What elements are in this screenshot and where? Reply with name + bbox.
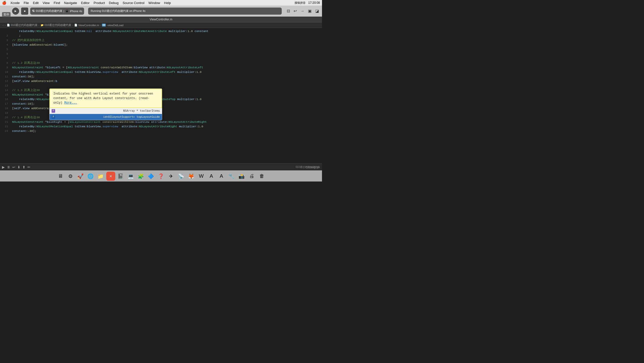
dock-filezilla[interactable]: 📡 [177,172,186,181]
dock-terminal[interactable]: 💻 [126,172,135,181]
autocomplete-item-1[interactable]: P NSArray * toolbarItems [50,108,162,114]
code-editor[interactable]: relatedBy:NSLayoutRelationEqual toItem:n… [0,28,322,154]
dock-app1[interactable]: ✕ [106,172,115,181]
status-bar: Running 010通过代码创建约束 on iPhone 4s [88,8,282,15]
status-text: Running 010通过代码创建约束 on iPhone 4s [91,9,146,13]
code-line-7: 7 [0,56,322,61]
code-line-22: 22 relatedBy:NSLayoutRelationEqual toIte… [0,124,322,129]
code-line-1: relatedBy:NSLayoutRelationEqual toItem:n… [0,29,322,34]
menu-file[interactable]: File [24,1,29,5]
run-icon: ▶ [15,10,17,12]
code-line-8: 8 // 1.2 距离左边30 [0,61,322,65]
clock: 17:20:08 [308,1,320,5]
dock-settings[interactable]: ⚙ [66,172,75,181]
bottom-play-icon[interactable]: ▶ [2,165,5,169]
scheme-name: 010通过代码创建约束 [36,9,62,13]
dock-word[interactable]: W [197,172,206,181]
dock: 🖥 ⚙ 🚀 🌐 📁 ✕ 📓 💻 🧩 🔷 ❓ ✈ 📡 🦊 W A A 🔧 📸 🖨 … [0,170,322,182]
autocomplete-list[interactable]: P NSArray * toolbarItems P id<UILayoutSu… [50,108,162,120]
code-line-6: 6 [0,52,322,56]
breadcrumb: ‹ › 📄 010通过代码创建约束 › 📁 010通过代码创建约束 › 📄 Vi… [0,22,322,28]
apple-menu[interactable]: 🍎 [2,1,6,5]
layout-icon-3[interactable]: → [299,8,305,14]
autocomplete-icon-prop: P [52,109,55,113]
bottom-edit-icon[interactable]: ✏ [27,165,30,169]
menubar: 🍎 Xcode File Edit View Find Navigate Edi… [0,0,322,6]
menu-xcode[interactable]: Xcode [10,1,20,5]
dock-app4[interactable]: ✈ [167,172,176,181]
autocomplete-item-2[interactable]: P id<UILayoutSupport> topLayoutGuide [50,114,162,120]
bottom-step-out-icon[interactable]: ⬆ [22,165,25,169]
tooltip-link[interactable]: More... [64,101,77,105]
pause-badge: 暂停 [2,12,11,17]
code-line-3: 3 // 把约束添加到控件上 [0,38,322,43]
breadcrumb-forward[interactable]: › [5,23,6,27]
dock-files[interactable]: 📁 [96,172,105,181]
code-line-5: 5 [0,47,322,52]
breadcrumb-sep-1: › [39,24,40,27]
bottom-step-into-icon[interactable]: ⬇ [17,165,20,169]
device-sep: | [63,10,64,13]
device-icon: 📱 [65,9,69,13]
dock-finder[interactable]: 🖥 [56,172,65,181]
breadcrumb-back[interactable]: ‹ [3,23,4,27]
breadcrumb-item-4[interactable]: -viewDidLoad [107,24,124,27]
file-title-bar: ViewController.m [0,17,322,22]
layout-icon-4[interactable]: ▣ [307,8,313,14]
dock-help[interactable]: ❓ [157,172,166,181]
bottom-bar: ▶ ⏸ ↩ ⬇ ⬆ ✏ 010通过代码创建约束 [0,163,322,170]
dock-app5[interactable]: 🦊 [187,172,196,181]
breadcrumb-item-2[interactable]: 010通过代码创建约束 [45,23,71,27]
menu-product[interactable]: Product [94,1,105,5]
dock-font2[interactable]: A [217,172,226,181]
autocomplete-popup[interactable]: Indicates the highest vertical extent fo… [49,88,162,120]
dock-app3[interactable]: 🔷 [147,172,156,181]
run-button[interactable]: ▶ [12,8,19,15]
dock-onenote[interactable]: 📓 [116,172,125,181]
breadcrumb-sep-2: › [72,24,73,27]
breadcrumb-item-3[interactable]: ViewController.m [78,24,99,27]
dock-app8[interactable]: 🖨 [247,172,256,181]
code-line-23: 23 constant:-30]; [0,129,322,133]
bottom-step-over-icon[interactable]: ↩ [12,165,15,169]
device-name: iPhone 4s [70,10,82,13]
code-line-21: 21 NSLayoutConstraint *blueRight = [NSLa… [0,120,322,124]
toolbar-right: ⊟ ↩ → ▣ ◪ [286,8,320,14]
breadcrumb-item-1[interactable]: 010通过代码创建约束 [11,23,38,27]
stop-icon: ■ [24,10,25,12]
file-title: ViewController.m [150,18,172,21]
menu-window[interactable]: Window [149,1,160,5]
code-line-9: 9 NSLayoutConstraint *blueLeft = [NSLayo… [0,65,322,70]
toolbar: 暂停 ▶ ■ 🏗 010通过代码创建约束 | 📱 iPhone 4s Runni… [0,6,322,17]
autocomplete-item-1-text: NSArray * toolbarItems [57,109,160,113]
scheme-selector[interactable]: 🏗 010通过代码创建约束 | 📱 iPhone 4s [30,8,84,15]
code-line-4: 4 [blueView addConstraint:blueHC]; [0,43,322,47]
dock-app2[interactable]: 🧩 [136,172,146,181]
autocomplete-icon-selected: P [52,115,55,119]
menu-help[interactable]: Help [164,1,171,5]
menu-source-control[interactable]: Source Control [123,1,145,5]
menu-editor[interactable]: Editor [81,1,90,5]
scheme-icon: 🏗 [32,10,35,12]
dock-app6[interactable]: 🔧 [227,172,236,181]
menu-debug[interactable]: Debug [109,1,119,5]
dock-launchpad[interactable]: 🚀 [76,172,85,181]
bottom-pause-icon[interactable]: ⏸ [7,165,10,169]
dock-trash[interactable]: 🗑 [257,172,266,181]
input-method[interactable]: 搜狼拼音 [295,1,306,5]
dock-safari[interactable]: 🌐 [86,172,95,181]
dock-font-a[interactable]: A [207,172,216,181]
layout-icon-5[interactable]: ◪ [314,8,320,14]
tooltip-box: Indicates the highest vertical extent fo… [50,89,162,108]
menu-find[interactable]: Find [54,1,60,5]
menu-edit[interactable]: Edit [33,1,39,5]
menu-navigate[interactable]: Navigate [64,1,77,5]
code-line-13: 13 [0,83,322,88]
code-line-12: 12 [self.view addConstraint:b [0,79,322,83]
stop-button[interactable]: ■ [21,8,28,15]
layout-icon-2[interactable]: ↩ [293,8,298,14]
layout-icon-1[interactable]: ⊟ [286,8,291,14]
dock-app7[interactable]: 📸 [237,172,246,181]
watermark: CSDN @清~ [306,166,320,169]
menu-view[interactable]: View [43,1,50,5]
